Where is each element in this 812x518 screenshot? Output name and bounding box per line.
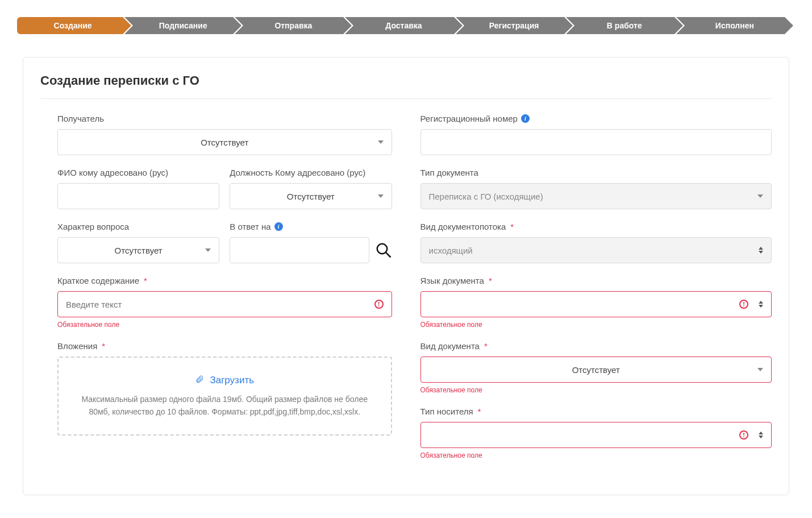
doc-kind-select[interactable]: Отсутствует	[420, 357, 772, 383]
step-send[interactable]: Отправка	[243, 17, 343, 34]
reply-to-label: В ответ на i	[230, 222, 392, 231]
chevron-down-icon	[205, 248, 211, 252]
reply-to-input[interactable]	[230, 237, 369, 263]
upload-hint: Максимальный размер одного файла 19мб. О…	[81, 393, 368, 418]
attachments-dropzone[interactable]: Загрузить Максимальный размер одного фай…	[57, 357, 392, 436]
position-label: Должность Кому адресовано (рус)	[230, 168, 392, 177]
summary-error: Обязательное поле	[57, 321, 392, 329]
doc-kind-label: Вид документа*	[420, 341, 772, 351]
chevron-down-icon	[757, 368, 763, 371]
reg-number-input[interactable]	[420, 129, 772, 155]
doc-lang-select[interactable]: !	[420, 291, 772, 317]
reg-number-label: Регистрационный номер i	[420, 114, 772, 123]
fio-input[interactable]	[57, 183, 219, 209]
step-create[interactable]: Создание	[17, 17, 123, 34]
sort-icon	[759, 247, 763, 254]
media-type-label: Тип носителя*	[420, 407, 772, 416]
page-title: Создание переписки с ГО	[40, 73, 772, 99]
stepper: Создание Подписание Отправка Доставка Ре…	[0, 0, 812, 40]
recipient-label: Получатель	[57, 114, 392, 123]
doc-type-select: Переписка с ГО (исходящие)	[420, 183, 772, 209]
step-deliver[interactable]: Доставка	[353, 17, 453, 34]
chevron-down-icon	[378, 140, 384, 144]
chevron-down-icon	[757, 194, 763, 198]
form-card: Создание переписки с ГО Получатель Отсут…	[23, 57, 789, 495]
question-type-label: Характер вопроса	[57, 222, 219, 231]
position-select[interactable]: Отсутствует	[230, 183, 392, 209]
svg-point-0	[377, 244, 387, 254]
sort-icon	[759, 432, 763, 438]
upload-link[interactable]: Загрузить	[195, 375, 254, 386]
question-type-select[interactable]: Отсутствует	[57, 237, 219, 263]
alert-icon: !	[739, 430, 748, 440]
search-icon[interactable]	[375, 242, 392, 259]
svg-line-1	[386, 252, 390, 257]
attachments-label: Вложения*	[57, 341, 392, 351]
media-type-error: Обязательное поле	[420, 451, 772, 459]
summary-input[interactable]: !	[57, 291, 392, 317]
doc-kind-error: Обязательное поле	[420, 386, 772, 394]
step-register[interactable]: Регистрация	[464, 17, 564, 34]
doc-lang-error: Обязательное поле	[420, 321, 772, 329]
chevron-down-icon	[378, 194, 384, 198]
doc-lang-label: Язык документа*	[420, 276, 772, 285]
flow-type-label: Вид документопотока*	[420, 222, 772, 231]
info-icon: i	[274, 222, 283, 231]
sort-icon	[759, 301, 763, 308]
doc-type-label: Тип документа	[420, 168, 772, 177]
alert-icon: !	[374, 300, 384, 309]
paperclip-icon	[195, 375, 204, 386]
recipient-select[interactable]: Отсутствует	[57, 129, 392, 155]
alert-icon: !	[739, 300, 748, 309]
summary-label: Краткое содержание*	[57, 276, 392, 285]
fio-label: ФИО кому адресовано (рус)	[57, 168, 219, 177]
step-done[interactable]: Исполнен	[685, 17, 785, 34]
step-inwork[interactable]: В работе	[574, 17, 674, 34]
step-sign[interactable]: Подписание	[133, 17, 233, 34]
flow-type-select: исходящий	[420, 237, 772, 263]
media-type-select[interactable]: !	[420, 422, 772, 448]
info-icon: i	[521, 114, 530, 123]
